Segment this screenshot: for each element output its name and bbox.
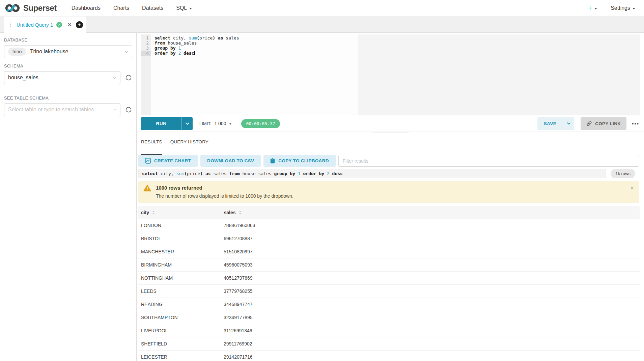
database-label: DATABASE: [4, 37, 132, 43]
filter-results-input[interactable]: [338, 155, 639, 167]
editor-gutter: 1234: [141, 34, 151, 115]
brand-name: Superset: [23, 3, 57, 13]
column-header-city[interactable]: city: [138, 206, 221, 219]
run-button-label[interactable]: RUN: [141, 121, 181, 126]
settings-menu[interactable]: Settings: [611, 5, 635, 11]
chevron-down-icon: [229, 123, 231, 124]
results-table: city sales LONDON788861960063BRISTOL6961…: [138, 206, 640, 361]
table-row: LEEDS37779768255: [138, 285, 640, 298]
new-item-menu[interactable]: +: [588, 5, 597, 11]
table-row: SOUTHAMPTON32349177895: [138, 311, 640, 324]
table-row: BRISTOL69612708887: [138, 232, 640, 245]
table-row: LEICESTER29142071716: [138, 351, 640, 361]
editor-code[interactable]: select city, sum(price) as salesfrom hou…: [155, 35, 640, 56]
nav-item-sql[interactable]: SQL: [176, 5, 192, 11]
download-csv-button[interactable]: DOWNLOAD TO CSV: [200, 155, 261, 167]
clipboard-icon: [270, 158, 275, 164]
limit-value: 1 000: [214, 121, 226, 126]
chevron-down-icon: [633, 8, 635, 9]
add-query-tab-button[interactable]: +: [72, 17, 86, 33]
query-tab-label[interactable]: Untitled Query 1: [17, 22, 53, 28]
run-dropdown-button[interactable]: [182, 122, 193, 125]
database-engine-tag: trino: [8, 48, 26, 56]
chevron-down-icon: [113, 108, 117, 112]
more-menu-icon[interactable]: •••: [632, 121, 639, 127]
alert-title: 1000 rows returned: [156, 185, 293, 191]
query-tabstrip: ⋮ Untitled Query 1 ✓ ✕ +: [0, 17, 644, 33]
query-timer-badge: 00:00:05.37: [241, 119, 280, 128]
results-pane: RESULTS QUERY HISTORY CREATE CHART DOWNL…: [137, 132, 644, 361]
chart-icon: [145, 158, 151, 164]
copy-link-label: COPY LINK: [595, 121, 621, 126]
sort-icon[interactable]: [239, 211, 242, 214]
refresh-icon[interactable]: [125, 106, 132, 113]
tab-results[interactable]: RESULTS: [141, 139, 162, 155]
rows-limit-alert: 1000 rows returned The number of rows di…: [138, 181, 639, 203]
chevron-down-icon: [124, 50, 129, 54]
nav-item-dashboards[interactable]: Dashboards: [72, 5, 101, 11]
table-row: SHEFFIELD29911769902: [138, 337, 640, 351]
query-tab-active[interactable]: ⋮ Untitled Query 1 ✓ ✕: [4, 17, 78, 33]
chevron-down-icon: [594, 8, 597, 9]
query-preview-row: select city, sum(price) as sales from ho…: [138, 169, 639, 178]
copy-link-button[interactable]: COPY LINK: [581, 117, 626, 130]
save-button[interactable]: SAVE: [537, 117, 574, 130]
table-row: LONDON788861960063: [138, 219, 640, 232]
chevron-down-icon: [189, 8, 192, 9]
table-row: READING34468947747: [138, 298, 640, 311]
query-preview-text: select city, sum(price) as sales from ho…: [138, 169, 606, 178]
table-row: BIRMINGHAM45960075093: [138, 258, 640, 272]
save-button-label[interactable]: SAVE: [537, 121, 563, 126]
nav-item-datasets[interactable]: Datasets: [142, 5, 163, 11]
database-value: Trino lakehouse: [30, 49, 68, 55]
limit-dropdown[interactable]: LIMIT: 1 000: [199, 121, 232, 126]
superset-brand[interactable]: Superset: [5, 3, 57, 13]
copy-clipboard-label: COPY TO CLIPBOARD: [278, 158, 329, 163]
table-row: LIVERPOOL31126991346: [138, 324, 640, 337]
close-icon[interactable]: ×: [631, 185, 634, 191]
success-check-icon: ✓: [56, 22, 62, 28]
table-row: MANCHESTER51510820997: [138, 245, 640, 258]
copy-clipboard-button[interactable]: COPY TO CLIPBOARD: [263, 155, 335, 167]
create-chart-button[interactable]: CREATE CHART: [138, 155, 198, 167]
run-button[interactable]: RUN: [141, 117, 193, 130]
sidebar-divider: [4, 90, 132, 90]
results-tbody: LONDON788861960063BRISTOL69612708887MANC…: [138, 219, 640, 361]
sql-editor-pane: 1234 select city, sum(price) as salesfro…: [137, 33, 644, 361]
editor-toolbar: RUN LIMIT: 1 000 00:00:05.37 SAVE: [137, 115, 644, 132]
alert-body: The number of rows displayed is limited …: [156, 193, 293, 199]
drag-handle-icon[interactable]: ⋮: [8, 22, 13, 28]
limit-label: LIMIT:: [199, 121, 211, 126]
results-actions: CREATE CHART DOWNLOAD TO CSV COPY TO CLI…: [138, 155, 639, 167]
sql-code-editor[interactable]: 1234 select city, sum(price) as salesfro…: [141, 34, 640, 115]
table-row: NOTTINGHAM40512797869: [138, 272, 640, 285]
superset-logo-icon: [5, 3, 20, 13]
column-header-sales[interactable]: sales: [221, 206, 640, 219]
nav-item-charts[interactable]: Charts: [113, 5, 129, 11]
plus-icon: +: [588, 5, 592, 11]
refresh-icon[interactable]: [125, 74, 132, 81]
results-tabbar: RESULTS QUERY HISTORY: [137, 132, 644, 155]
warning-icon: [143, 185, 151, 199]
schema-select[interactable]: house_sales: [4, 71, 120, 84]
row-count-badge: 1k rows: [611, 169, 635, 178]
close-icon[interactable]: ✕: [67, 22, 72, 27]
chevron-down-icon: [113, 76, 117, 80]
plus-circle-icon: +: [76, 21, 83, 28]
sort-icon[interactable]: [152, 211, 155, 214]
create-chart-label: CREATE CHART: [154, 158, 191, 163]
save-dropdown-button[interactable]: [563, 122, 574, 125]
sqllab-sidebar: DATABASE trino Trino lakehouse SCHEMA ho…: [0, 33, 137, 361]
schema-label: SCHEMA: [4, 63, 132, 68]
tab-query-history[interactable]: QUERY HISTORY: [170, 139, 208, 155]
download-csv-label: DOWNLOAD TO CSV: [207, 158, 254, 163]
link-icon: [586, 121, 592, 127]
top-navbar: Superset Dashboards Charts Datasets SQL …: [0, 0, 644, 17]
see-table-schema-label: SEE TABLE SCHEMA: [4, 95, 132, 101]
schema-value: house_sales: [8, 75, 38, 81]
database-select[interactable]: trino Trino lakehouse: [4, 45, 132, 58]
table-search-input[interactable]: [4, 103, 120, 116]
